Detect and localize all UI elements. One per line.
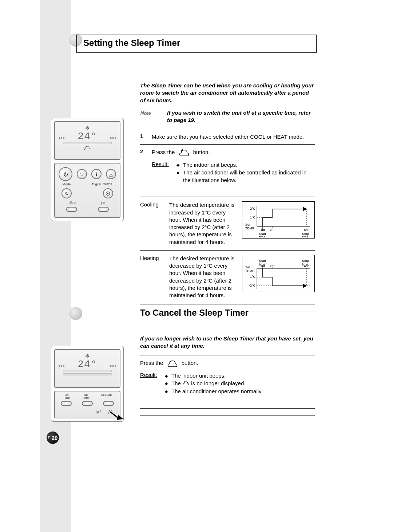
svg-point-1: [86, 146, 87, 146]
set-cancel-label: Set/Can: [101, 394, 112, 399]
result-item: The indoor unit beeps.: [183, 161, 237, 169]
callout-arrow: [110, 411, 124, 422]
svg-text:2°C: 2°C: [250, 207, 256, 210]
step-text: Press the button.: [152, 148, 315, 157]
result-item: The air conditioner operates normally.: [171, 387, 263, 395]
svg-text:1hr: 1hr: [260, 228, 265, 232]
step-1: 1 Make sure that you have selected eithe…: [140, 131, 315, 143]
heating-graph: -1°C -2°C Set TEMP. 1hr 2hr 6hr Start ti…: [242, 255, 315, 292]
svg-text:TEMP.: TEMP.: [245, 269, 255, 273]
step-number: 2: [140, 148, 145, 154]
remote-body: OnTimer OnTimer Set/Can ❄°: [54, 391, 120, 418]
section-title: To Cancel the Sleep Timer: [140, 308, 249, 318]
mode-description: The desired temperature is decreased by …: [169, 255, 235, 299]
pill-button: [61, 401, 72, 406]
heading-bullet: [69, 307, 82, 320]
svg-text:time: time: [259, 235, 265, 237]
main-content: The Sleep Timer can be used when you are…: [140, 82, 315, 313]
snowflake-icon: ✻: [57, 125, 118, 131]
mode-label: Heating: [140, 255, 162, 261]
svg-point-0: [86, 146, 86, 147]
sleep-symbol-icon: [182, 380, 190, 387]
result-item: The is no longer displayed.: [171, 379, 245, 388]
cancel-content: If you no longer wish to use the Sleep T…: [140, 335, 315, 417]
svg-text:-2°C: -2°C: [249, 284, 256, 287]
svg-text:time: time: [259, 263, 265, 266]
page-number: E-20: [47, 431, 59, 444]
result-item: The air conditioner will be controlled a…: [183, 169, 315, 184]
svg-point-46: [185, 381, 186, 382]
svg-text:Stop: Stop: [302, 259, 309, 263]
step-text: Press the button.: [140, 359, 315, 367]
svg-point-40: [109, 410, 110, 410]
up-button-icon: △: [106, 169, 116, 179]
note-label: Note: [140, 109, 156, 124]
remote-body: ⏻ ▽ 🌡 △ Mode DigitalOn/Off ↻ ⦿ ❄꩜ (≋: [54, 163, 120, 218]
power-button-icon: ⏻: [59, 167, 72, 181]
onoff-button-icon: ⦿: [103, 188, 113, 198]
svg-text:1°C: 1°C: [250, 216, 256, 219]
mode-description: The desired temperature is increased by …: [169, 201, 235, 246]
result-item: The indoor unit beeps.: [171, 372, 226, 379]
pill-button: [82, 401, 93, 406]
svg-marker-42: [117, 415, 123, 420]
remote-illustration-2: ✻ ◂◂◂▸▸▸ 24° OnTimer OnTimer Set/Can ❄°: [51, 346, 124, 422]
svg-text:6hr: 6hr: [304, 228, 309, 232]
svg-text:Start: Start: [259, 259, 266, 263]
svg-text:Set: Set: [245, 223, 250, 226]
step-2-result: Result: The indoor unit beeps. The air c…: [140, 159, 315, 186]
svg-point-44: [171, 360, 171, 360]
temp-button-icon: 🌡: [91, 169, 102, 179]
cancel-intro: If you no longer wish to use the Sleep T…: [140, 335, 315, 350]
cancel-step: Press the button.: [140, 357, 315, 370]
snowflake-icon: ✻: [57, 353, 118, 359]
svg-text:Set: Set: [245, 265, 250, 269]
svg-text:-1°C: -1°C: [249, 275, 256, 279]
vane-icon: (≋: [101, 201, 106, 205]
cancel-result: Result: The indoor unit beeps. The is no…: [140, 370, 315, 398]
remote-illustration-1: ✻ ◂◂◂▸▸▸ 24° ⏻ ▽ 🌡 △ Mode DigitalOn/Off …: [51, 118, 124, 221]
note-text: If you wish to switch the unit off at a …: [167, 109, 315, 124]
result-label: Result:: [152, 161, 170, 184]
on-timer-label: OnTimer: [63, 394, 70, 399]
svg-point-45: [184, 381, 185, 382]
down-button-icon: ▽: [77, 169, 87, 179]
onoff-label: On/Off: [103, 182, 112, 186]
remote-screen: ✻ ◂◂◂▸▸▸ 24°: [54, 349, 120, 388]
side-strip: [40, 0, 71, 532]
mode-label: Cooling: [140, 201, 162, 208]
svg-text:2hr: 2hr: [270, 264, 274, 268]
sleep-button-icon: [166, 359, 179, 367]
digital-label: Digital: [92, 182, 101, 186]
svg-text:TEMP.: TEMP.: [245, 226, 255, 230]
on-timer-label: OnTimer: [82, 394, 90, 399]
sleep-button-icon: [178, 149, 190, 157]
intro-text: The Sleep Timer can be used when you are…: [140, 82, 315, 104]
svg-text:2hr: 2hr: [270, 228, 274, 232]
cooling-graph: 2°C 1°C Set TEMP. 1hr 2hr 6hr Start time…: [242, 201, 315, 239]
fan-icon: ❄꩜: [69, 201, 77, 205]
svg-point-43: [170, 361, 170, 362]
mode-cycle-icon: ↻: [61, 188, 72, 198]
svg-point-41: [110, 409, 110, 410]
cooling-row: Cooling The desired temperature is incre…: [140, 198, 315, 249]
svg-text:time: time: [302, 235, 308, 237]
step-2: 2 Press the button.: [140, 146, 315, 159]
result-label: Result:: [140, 372, 158, 395]
pill-button: [98, 207, 109, 212]
pill-button: [103, 401, 114, 406]
step-text: Make sure that you have selected either …: [152, 133, 315, 141]
pill-button: [66, 207, 77, 212]
heating-row: Heating The desired temperature is decre…: [140, 252, 315, 302]
remote-screen: ✻ ◂◂◂▸▸▸ 24°: [54, 121, 120, 160]
title-box: Setting the Sleep Timer: [76, 35, 317, 53]
page-title: Setting the Sleep Timer: [83, 38, 310, 48]
snowflake-icon: ❄°: [96, 410, 102, 415]
sleep-symbol-icon: [57, 145, 118, 152]
svg-text:time: time: [302, 263, 308, 266]
step-number: 1: [140, 133, 145, 139]
svg-point-2: [181, 150, 182, 151]
svg-point-3: [182, 149, 183, 150]
mode-label: Mode: [63, 182, 71, 186]
